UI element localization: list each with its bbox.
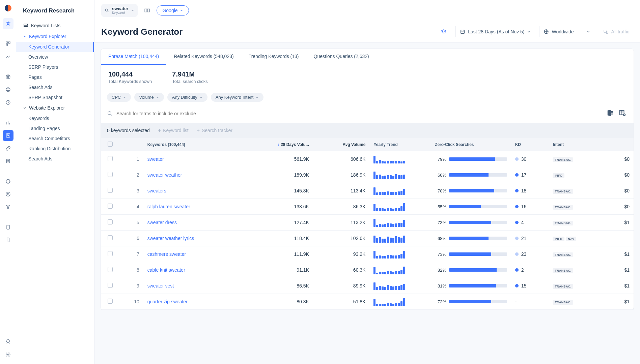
row-index: 5 [120, 215, 143, 231]
keyword-link[interactable]: cashmere sweater [147, 251, 186, 257]
region-selector[interactable]: Worldwide [539, 26, 594, 37]
row-checkbox[interactable] [108, 283, 113, 288]
row-checkbox[interactable] [108, 156, 113, 161]
keyword-link[interactable]: sweater weather lyrics [147, 236, 194, 241]
intent-cell: TRANSAC. [549, 246, 605, 262]
nav-item-search-competitors[interactable]: Search Competitors [16, 133, 94, 144]
tab-phrase[interactable]: Phrase Match (100,444) [101, 49, 166, 65]
rail-rocket-icon[interactable] [3, 336, 13, 347]
tab-questions[interactable]: Questions Queries (2,632) [306, 49, 377, 65]
tab-trending[interactable]: Trending Keywords (13) [241, 49, 306, 65]
tabs: Phrase Match (100,444)Related Keywords (… [101, 49, 634, 65]
vol-28d: 133.6K [256, 199, 313, 215]
row-checkbox[interactable] [108, 172, 113, 177]
select-all-checkbox[interactable] [108, 142, 113, 147]
nav-item-search-ads[interactable]: Search Ads [16, 154, 94, 164]
row-checkbox[interactable] [108, 204, 113, 209]
nav-item-keywords[interactable]: Keywords [16, 113, 94, 123]
rail-bar-icon[interactable] [3, 117, 13, 128]
rail-search-active-icon[interactable] [3, 130, 13, 141]
add-to-search-tracker[interactable]: +Search tracker [197, 127, 232, 133]
rail-doc-icon[interactable] [3, 222, 13, 233]
filter-cpc[interactable]: CPC [107, 93, 131, 102]
row-checkbox[interactable] [108, 219, 113, 224]
nav-item-ranking-distribution[interactable]: Ranking Distribution [16, 144, 94, 154]
nav-group-website-explorer[interactable]: Website Explorer [16, 102, 94, 113]
kd-dot [515, 205, 519, 208]
traffic-selector[interactable]: All traffic [599, 26, 633, 37]
nav-item-pages[interactable]: Pages [16, 72, 94, 82]
rail-settings-icon[interactable] [3, 349, 13, 360]
rail-funnel-icon[interactable] [3, 202, 13, 212]
keyword-link[interactable]: sweater [147, 156, 164, 162]
date-range-selector[interactable]: Last 28 Days (As of Nov 5) [455, 26, 534, 37]
keyword-link[interactable]: ralph lauren sweater [147, 204, 190, 209]
filter-volume[interactable]: Volume [134, 93, 164, 102]
keyword-link[interactable]: sweater vest [147, 283, 174, 289]
rail-globe-icon[interactable] [3, 71, 13, 82]
table-row: 9sweater vest86.5K89.9K81%15TRANSAC.$1 [101, 278, 634, 294]
sparkline [373, 186, 427, 195]
table-settings-button[interactable] [619, 109, 628, 118]
col-avg-volume[interactable]: Avg Volume [313, 138, 370, 151]
col-intent[interactable]: Intent [549, 138, 605, 151]
col-cpc[interactable] [605, 138, 634, 151]
keyword-link[interactable]: sweater dress [147, 220, 177, 225]
rail-clock-icon[interactable] [3, 97, 13, 108]
nav-item-landing-pages[interactable]: Landing Pages [16, 123, 94, 133]
intent-badge: TRANSAC. [553, 189, 573, 194]
sidebar: Keyword Research Keyword Lists Keyword E… [16, 0, 94, 364]
nav-group-keyword-explorer[interactable]: Keyword Explorer [16, 31, 94, 42]
rail-grid-icon[interactable] [3, 38, 13, 49]
row-checkbox[interactable] [108, 299, 113, 304]
rail-trend-icon[interactable] [3, 51, 13, 62]
kd-cell: 2 [515, 267, 545, 273]
row-checkbox[interactable] [108, 188, 113, 193]
chevron-down-icon [527, 30, 530, 33]
rail-ai-icon[interactable] [3, 18, 13, 29]
rail-link-icon[interactable] [3, 143, 13, 154]
nav-item-serp-snapshot[interactable]: SERP Snapshot [16, 92, 94, 102]
row-index: 10 [120, 294, 143, 310]
search-box[interactable] [107, 111, 603, 117]
zero-click-cell: 82% [435, 268, 507, 273]
help-button[interactable] [437, 26, 451, 37]
nav-item-overview[interactable]: Overview [16, 52, 94, 62]
col-kd[interactable]: KD [511, 138, 549, 151]
cpc-cell: $1 [605, 294, 634, 310]
row-checkbox[interactable] [108, 235, 113, 240]
nav-item-search-ads[interactable]: Search Ads [16, 82, 94, 92]
nav-item-serp-players[interactable]: SERP Players [16, 62, 94, 72]
rail-globe2-icon[interactable] [3, 84, 13, 95]
cpc-cell [605, 231, 634, 246]
add-to-keyword-list[interactable]: +Keyword list [158, 127, 189, 133]
col-zero-click[interactable]: Zero-Click Searches [431, 138, 511, 151]
col-yearly-trend[interactable]: Yearly Trend [369, 138, 431, 151]
search-engine-button[interactable]: Google [157, 5, 189, 16]
row-checkbox[interactable] [108, 251, 113, 256]
keyword-link[interactable]: quarter zip sweater [147, 299, 188, 304]
keyword-chip[interactable]: sweater Keyword [101, 4, 138, 17]
col-28days-volume[interactable]: ↓28 Days Volu... [256, 138, 313, 151]
row-checkbox[interactable] [108, 267, 113, 272]
sparkline [373, 202, 427, 211]
search-input[interactable] [116, 111, 603, 116]
tab-related[interactable]: Related Keywords (548,023) [166, 49, 241, 65]
keyword-link[interactable]: sweaters [147, 188, 166, 193]
rail-note-icon[interactable] [3, 156, 13, 166]
keyword-link[interactable]: sweater weather [147, 172, 182, 178]
keyword-link[interactable]: cable knit sweater [147, 267, 185, 273]
nav-group-keyword-lists[interactable]: Keyword Lists [16, 20, 94, 31]
nav-item-keyword-generator[interactable]: Keyword Generator [16, 42, 94, 52]
filter-any-difficulty[interactable]: Any Difficulty [167, 93, 207, 102]
zero-click-cell: 55% [435, 204, 507, 209]
compare-button[interactable] [142, 5, 152, 16]
selection-count: 0 keywords selected [107, 128, 150, 133]
export-excel-button[interactable] [607, 109, 615, 118]
filter-any-keyword-intent[interactable]: Any Keyword Intent [211, 93, 264, 102]
col-keywords[interactable]: Keywords (100,444) [143, 138, 256, 151]
rail-world-icon[interactable] [3, 176, 13, 187]
rail-mobile-icon[interactable] [3, 235, 13, 245]
zero-click-cell: 73% [435, 220, 507, 225]
rail-target-icon[interactable] [3, 189, 13, 200]
